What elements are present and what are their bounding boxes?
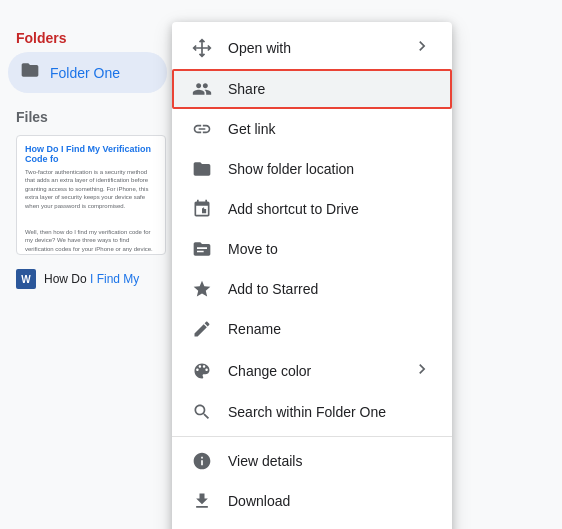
folder-icon (20, 60, 40, 85)
shortcut-icon (192, 199, 212, 219)
file-thumbnail[interactable]: How Do I Find My Verification Code fo Tw… (16, 135, 166, 255)
word-icon: W (16, 269, 36, 289)
folder-one-name: Folder One (50, 65, 120, 81)
menu-item-rename[interactable]: Rename (172, 309, 452, 349)
menu-item-add-starred[interactable]: Add to Starred (172, 269, 452, 309)
file-thumb-title: How Do I Find My Verification Code fo (25, 144, 157, 164)
folders-label: Folders (8, 30, 167, 46)
menu-item-label-search-within: Search within Folder One (228, 404, 432, 420)
folder-icon (192, 159, 212, 179)
sidebar: Folders Folder One Files How Do I Find M… (0, 0, 175, 529)
share-icon (192, 79, 212, 99)
menu-item-label-add-shortcut: Add shortcut to Drive (228, 201, 432, 217)
menu-item-add-shortcut[interactable]: Add shortcut to Drive (172, 189, 452, 229)
menu-item-label-show-folder-location: Show folder location (228, 161, 432, 177)
folder-one-item[interactable]: Folder One (8, 52, 167, 93)
menu-item-get-link[interactable]: Get link (172, 109, 452, 149)
context-menu: Open withShareGet linkShow folder locati… (172, 22, 452, 529)
menu-item-label-view-details: View details (228, 453, 432, 469)
menu-item-label-download: Download (228, 493, 432, 509)
menu-item-view-details[interactable]: View details (172, 441, 452, 481)
menu-item-share[interactable]: Share (172, 69, 452, 109)
menu-item-label-change-color: Change color (228, 363, 396, 379)
menu-item-open-with[interactable]: Open with (172, 26, 452, 69)
info-icon (192, 451, 212, 471)
link-icon (192, 119, 212, 139)
file-thumb-text2: Well, then how do I find my verification… (25, 228, 157, 255)
chevron-right-icon (412, 359, 432, 382)
menu-item-label-move-to: Move to (228, 241, 432, 257)
menu-item-search-within[interactable]: Search within Folder One (172, 392, 452, 432)
menu-item-change-color[interactable]: Change color (172, 349, 452, 392)
chevron-right-icon (412, 36, 432, 59)
file-list-name: How Do I Find My (44, 272, 139, 286)
menu-item-label-add-starred: Add to Starred (228, 281, 432, 297)
file-list-item[interactable]: W How Do I Find My (8, 263, 167, 295)
search-icon (192, 402, 212, 422)
menu-item-label-rename: Rename (228, 321, 432, 337)
file-thumb-text1: Two-factor authentication is a security … (25, 168, 157, 210)
palette-icon (192, 361, 212, 381)
menu-item-remove[interactable]: Remove (172, 521, 452, 529)
files-label: Files (8, 109, 167, 125)
move-icon (192, 38, 212, 58)
pencil-icon (192, 319, 212, 339)
menu-item-label-share: Share (228, 81, 432, 97)
menu-item-move-to[interactable]: Move to (172, 229, 452, 269)
menu-item-label-get-link: Get link (228, 121, 432, 137)
moveto-icon (192, 239, 212, 259)
menu-item-download[interactable]: Download (172, 481, 452, 521)
menu-item-label-open-with: Open with (228, 40, 396, 56)
menu-divider (172, 436, 452, 437)
star-icon (192, 279, 212, 299)
menu-item-show-folder-location[interactable]: Show folder location (172, 149, 452, 189)
download-icon (192, 491, 212, 511)
